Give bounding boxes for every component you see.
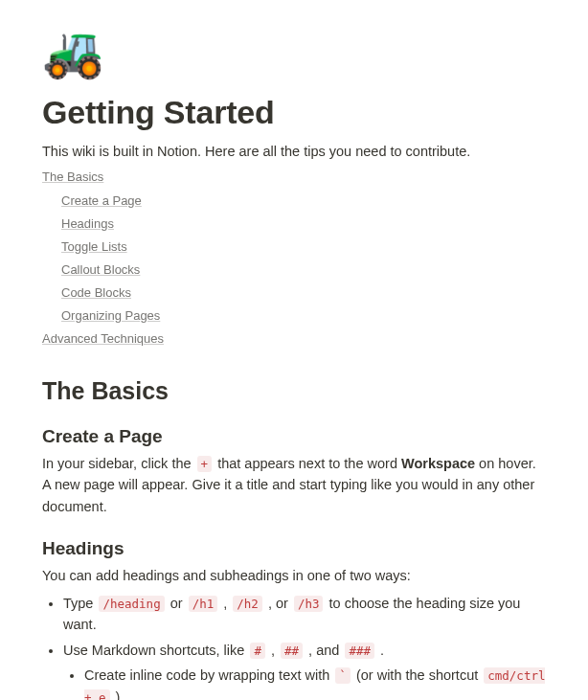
code-backtick: ` [335, 667, 351, 684]
table-of-contents: The Basics Create a Page Headings Toggle… [42, 166, 546, 350]
intro-text: This wiki is built in Notion. Here are a… [42, 141, 546, 162]
text-span: Create inline code by wrapping text with [84, 667, 333, 683]
toc-link-callout-blocks[interactable]: Callout Blocks [61, 262, 140, 277]
text-span: In your sidebar, click the [42, 456, 195, 471]
text-span: Type [63, 596, 97, 611]
page-content: 🚜 Getting Started This wiki is built in … [0, 0, 588, 700]
toc-link-toggle-lists[interactable]: Toggle Lists [61, 239, 127, 254]
code-hash3: ### [345, 643, 374, 659]
heading-headings: Headings [42, 538, 546, 559]
text-span: . [376, 643, 384, 658]
text-span: ). [112, 689, 124, 700]
toc-link-basics[interactable]: The Basics [42, 169, 103, 184]
toc-link-organizing-pages[interactable]: Organizing Pages [61, 308, 160, 323]
text-span: (or with the shortcut [352, 667, 482, 683]
text-span: that appears next to the word [214, 456, 401, 471]
create-page-text: In your sidebar, click the + that appear… [42, 453, 546, 517]
list-item: Create inline code by wrapping text with… [84, 665, 546, 700]
headings-intro: You can add headings and subheadings in … [42, 565, 546, 586]
text-span: Use Markdown shortcuts, like [63, 643, 248, 658]
code-h3: /h3 [294, 596, 324, 612]
list-item: Use Markdown shortcuts, like # , ## , an… [63, 640, 546, 700]
text-span: or [167, 596, 187, 611]
code-plus: + [197, 456, 213, 472]
text-span: , and [305, 643, 343, 658]
text-span: , [267, 643, 279, 658]
toc-link-advanced[interactable]: Advanced Techniques [42, 331, 164, 346]
toc-link-code-blocks[interactable]: Code Blocks [61, 285, 131, 300]
list-item: Type /heading or /h1 , /h2 , or /h3 to c… [63, 593, 546, 636]
headings-list: Type /heading or /h1 , /h2 , or /h3 to c… [42, 593, 546, 700]
code-hash2: ## [281, 643, 303, 659]
page-title: Getting Started [42, 94, 546, 131]
text-bold-workspace: Workspace [401, 456, 475, 471]
code-h2: /h2 [233, 596, 262, 612]
heading-create-page: Create a Page [42, 426, 546, 447]
nested-list: Create inline code by wrapping text with… [63, 665, 546, 700]
code-hash: # [250, 643, 265, 659]
page-icon[interactable]: 🚜 [42, 27, 546, 77]
toc-link-create-page[interactable]: Create a Page [61, 193, 142, 208]
code-slash-heading: /heading [99, 596, 164, 612]
toc-link-headings[interactable]: Headings [61, 216, 114, 231]
code-h1: /h1 [189, 596, 218, 612]
text-span: , [219, 596, 231, 611]
heading-the-basics: The Basics [42, 377, 546, 405]
text-span: , or [264, 596, 292, 611]
